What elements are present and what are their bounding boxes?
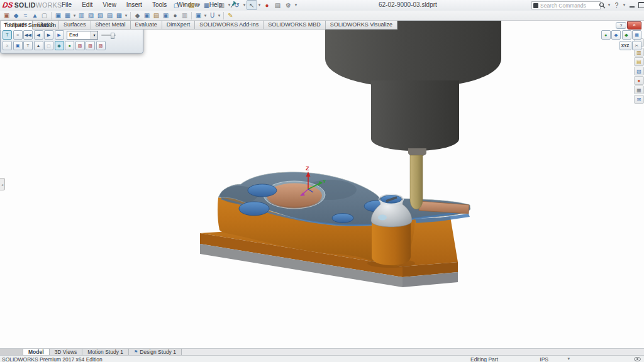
tab-motion-study-1[interactable]: Motion Study 1 xyxy=(82,349,129,355)
tab-model[interactable]: Model xyxy=(23,349,50,355)
new-button[interactable]: ▢ xyxy=(171,0,182,10)
cam-toolbar-icon-boss[interactable]: ◆ xyxy=(11,11,21,20)
units-label[interactable]: IPS xyxy=(540,356,548,362)
tab-scroll-control[interactable] xyxy=(0,349,23,355)
custom-properties-icon[interactable]: ▦ xyxy=(634,85,644,94)
forum-icon[interactable]: ✉ xyxy=(634,95,644,104)
options-dropdown-icon[interactable]: ▾ xyxy=(294,3,298,8)
tab-evaluate[interactable]: Evaluate xyxy=(131,21,162,30)
cutting-tool[interactable] xyxy=(410,155,423,209)
section-y-button[interactable]: ▨ xyxy=(86,41,95,50)
menu-view[interactable]: View xyxy=(97,0,121,10)
mode-dropdown-icon[interactable]: ▾ xyxy=(91,31,97,39)
options-button[interactable]: ⚙ xyxy=(283,0,294,10)
units-dropdown-icon[interactable]: ▾ xyxy=(567,356,570,361)
minimize-button[interactable] xyxy=(628,1,636,9)
undo-dropdown-icon[interactable]: ▾ xyxy=(242,3,247,8)
search-commands-input[interactable]: Search Commands xyxy=(531,1,601,9)
undo-button[interactable]: ↺ xyxy=(231,0,242,10)
step-back-button[interactable]: ◀ xyxy=(34,30,43,40)
remove-section-button[interactable]: ✂ xyxy=(632,41,641,50)
gouge-check-button[interactable]: ● xyxy=(65,41,74,50)
tab-surfaces[interactable]: Surfaces xyxy=(59,21,91,30)
tab-solidworks-mbd[interactable]: SOLIDWORKS MBD xyxy=(264,21,326,30)
cam-toolbar-icon-shaded[interactable]: ▤ xyxy=(105,11,114,20)
dialog-title[interactable]: Toolpath Simulation xyxy=(4,21,56,28)
cam-toolbar-icon-material[interactable]: ▤ xyxy=(152,11,161,20)
open-button[interactable]: ▤ xyxy=(186,0,197,10)
section-x-button[interactable]: ▨ xyxy=(75,41,85,50)
view-palette-icon[interactable]: ▧ xyxy=(634,67,644,75)
dialog-close-button[interactable]: × xyxy=(627,21,641,30)
menu-edit[interactable]: Edit xyxy=(77,0,97,10)
go-to-start-button[interactable]: ◀◀ xyxy=(23,30,33,40)
tab-solidworks-visualize[interactable]: SOLIDWORKS Visualize xyxy=(326,21,397,30)
show-fixtures-button[interactable]: ▲ xyxy=(34,41,43,50)
show-target-part-button[interactable]: ◆ xyxy=(611,30,621,40)
rebuild-button[interactable]: ● xyxy=(262,0,272,10)
cam-toolbar-icon-measure[interactable]: ✎ xyxy=(226,11,235,20)
search-icon[interactable] xyxy=(599,2,606,9)
show-tool-holder-button[interactable]: T xyxy=(23,41,33,50)
turbo-mode-button[interactable]: ● xyxy=(601,30,611,40)
cam-toolbar-icon-view[interactable]: ▣ xyxy=(53,11,63,20)
machining-simulation-scene[interactable]: Z Y xyxy=(0,21,644,348)
step-forward-button[interactable]: ▶ xyxy=(44,30,53,40)
stop-at-collision-button[interactable]: ◆ xyxy=(55,41,64,50)
appearances-icon[interactable]: ● xyxy=(634,76,644,85)
cam-toolbar-icon-zoom[interactable]: ● xyxy=(170,11,180,20)
simulation-mode-select[interactable]: End ▾ xyxy=(67,31,98,40)
cam-toolbar-icon-curve[interactable]: U xyxy=(208,11,217,20)
cam-toolbar-icon-stock[interactable]: ▣ xyxy=(142,11,152,20)
tab-solidworks-add-ins[interactable]: SOLIDWORKS Add-Ins xyxy=(195,21,264,30)
cam-toolbar-icon-display-style[interactable]: ▦ xyxy=(63,11,72,20)
open-dropdown-icon[interactable]: ▾ xyxy=(197,3,201,8)
tab-design-study-1[interactable]: ⚑ Design Study 1 xyxy=(129,349,182,355)
cam-toolbar-icon-machine[interactable]: ▣ xyxy=(161,11,170,20)
tool-display-button[interactable]: T xyxy=(3,30,12,40)
show-stock-button[interactable]: ▣ xyxy=(13,41,23,50)
tab-3d-views[interactable]: 3D Views xyxy=(50,349,83,355)
tab-sheet-metal[interactable]: Sheet Metal xyxy=(91,21,131,30)
print-dropdown-icon[interactable]: ▾ xyxy=(227,3,231,8)
graphics-area[interactable]: Z Y Features Sketch Surfaces Sheet Metal… xyxy=(0,21,644,348)
cam-toolbar-icon-section[interactable]: ▨ xyxy=(86,11,96,20)
cam-toolbar-icon-pattern[interactable]: ▦ xyxy=(114,11,124,20)
cam-toolbar-icon-hide-show[interactable]: ▥ xyxy=(77,11,86,20)
new-dropdown-icon[interactable]: ▾ xyxy=(182,3,186,8)
search-scope-icon[interactable] xyxy=(533,3,538,8)
cam-toolbar-icon-mirror[interactable]: ◆ xyxy=(133,11,142,20)
section-z-button[interactable]: ▨ xyxy=(96,41,106,50)
cam-toolbar-icon-wireframe[interactable]: ▧ xyxy=(96,11,105,20)
compare-stock-button[interactable]: ◆ xyxy=(622,30,631,40)
save-stock-button[interactable]: ▦ xyxy=(632,30,641,40)
xyz-section-button[interactable]: XYZ xyxy=(619,41,631,50)
cam-toolbar-icon-part[interactable]: ▣ xyxy=(2,11,11,20)
simulation-speed-slider[interactable] xyxy=(101,31,116,39)
file-explorer-icon[interactable]: ▤ xyxy=(634,57,644,66)
restore-button[interactable] xyxy=(637,1,644,9)
help-button[interactable]: ? xyxy=(613,1,621,9)
dialog-help-button[interactable]: ? xyxy=(616,22,626,29)
featuremanager-collapsed-handle[interactable]: ◂ xyxy=(0,178,5,190)
cam-toolbar-icon-orientation[interactable]: ▣ xyxy=(194,11,203,20)
cam-toolbar-icon-clip[interactable]: ▥ xyxy=(180,11,189,20)
cam-toolbar-icon-spline[interactable]: ≈ xyxy=(21,11,30,20)
show-toolpath-button[interactable]: ≈ xyxy=(3,41,12,50)
display-style-dropdown-icon[interactable]: ▾ xyxy=(72,13,77,18)
menu-tools[interactable]: Tools xyxy=(147,0,172,10)
search-dropdown-icon[interactable]: ▾ xyxy=(607,3,611,8)
machine-simulation-button[interactable]: ▢ xyxy=(44,41,53,50)
cam-toolbar-icon-feature[interactable]: ▲ xyxy=(30,11,40,20)
play-button[interactable]: ▶ xyxy=(55,30,64,40)
pattern-dropdown-icon[interactable]: ▾ xyxy=(124,13,128,18)
menu-insert[interactable]: Insert xyxy=(121,0,147,10)
machine-display-button[interactable]: ≡ xyxy=(13,30,23,40)
print-button[interactable]: ▥ xyxy=(216,0,227,10)
help-dropdown-icon[interactable]: ▾ xyxy=(622,3,626,8)
curve-dropdown-icon[interactable]: ▾ xyxy=(217,13,221,18)
file-properties-button[interactable]: ▤ xyxy=(272,0,283,10)
select-button[interactable]: ↖ xyxy=(247,0,257,10)
select-dropdown-icon[interactable]: ▾ xyxy=(257,3,262,8)
tags-visibility-icon[interactable] xyxy=(634,356,641,362)
